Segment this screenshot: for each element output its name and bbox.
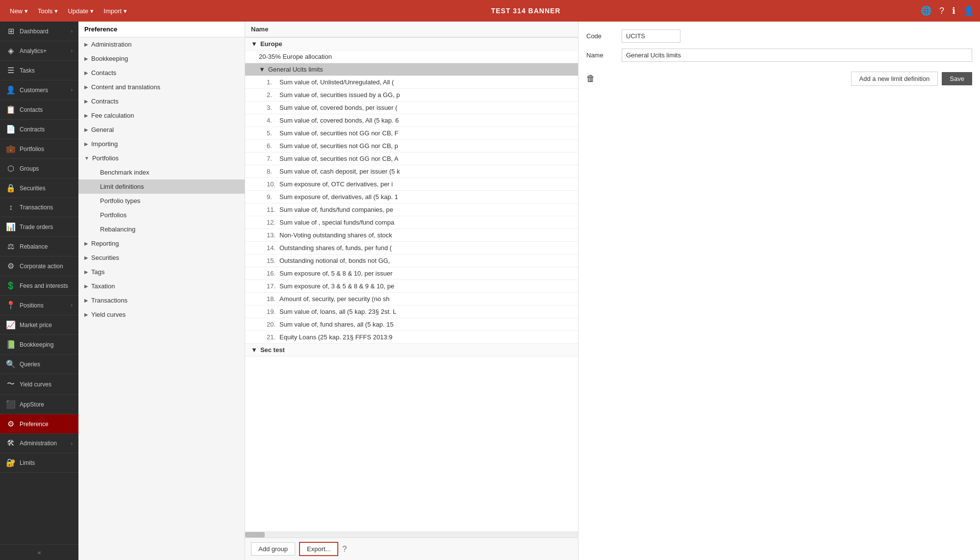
import-button[interactable]: Import ▾ xyxy=(100,5,131,17)
list-item-4[interactable]: 4. Sum value of, covered bonds, All (5 k… xyxy=(245,114,578,127)
save-button[interactable]: Save xyxy=(942,72,972,85)
tree-item-portfolio-types[interactable]: Portfolio types xyxy=(78,194,245,208)
sidebar-item-limits[interactable]: 🔐 Limits xyxy=(0,453,78,473)
general-ucits-label: General Ucits limits xyxy=(268,66,572,73)
tree-item-securities-pref[interactable]: ▶ Securities xyxy=(78,251,245,265)
code-input[interactable] xyxy=(622,29,680,43)
sidebar-item-customers[interactable]: 👤 Customers › xyxy=(0,80,78,100)
info-icon[interactable]: ℹ xyxy=(952,5,955,16)
sidebar-item-securities[interactable]: 🔒 Securities xyxy=(0,178,78,198)
list-item-18[interactable]: 18. Amount of, security, per security (n… xyxy=(245,293,578,305)
sidebar-item-market-price[interactable]: 📈 Market price xyxy=(0,315,78,335)
list-item-16[interactable]: 16. Sum exposure of, 5 & 8 & 10, per iss… xyxy=(245,267,578,280)
list-item-europe-allocation[interactable]: 20-35% Europe allocation xyxy=(245,51,578,63)
tree-item-limit-definitions[interactable]: Limit definitions xyxy=(78,179,245,194)
sidebar-item-dashboard[interactable]: ⊞ Dashboard › xyxy=(0,22,78,41)
tree-item-fee-calculation[interactable]: ▶ Fee calculation xyxy=(78,108,245,123)
globe-icon[interactable]: 🌐 xyxy=(921,5,931,16)
sidebar-item-rebalance[interactable]: ⚖ Rebalance xyxy=(0,237,78,256)
group-europe-label: Europe xyxy=(260,40,572,48)
tree-item-general[interactable]: ▶ General xyxy=(78,123,245,137)
sidebar-item-positions[interactable]: 📍 Positions › xyxy=(0,296,78,315)
group-europe[interactable]: ▼ Europe xyxy=(245,38,578,51)
tree-item-taxation[interactable]: ▶ Taxation xyxy=(78,279,245,293)
preference-header-label: Preference xyxy=(84,25,117,33)
horizontal-scrollbar[interactable] xyxy=(245,532,578,537)
sidebar-item-appstore[interactable]: ⬛ AppStore xyxy=(0,395,78,414)
update-button[interactable]: Update ▾ xyxy=(64,5,98,17)
list-item-14[interactable]: 14. Outstanding shares of, funds, per fu… xyxy=(245,242,578,255)
help-button[interactable]: ? xyxy=(342,545,347,554)
list-item-11[interactable]: 11. Sum value of, funds/fund companies, … xyxy=(245,204,578,216)
sidebar-item-contracts[interactable]: 📄 Contracts xyxy=(0,120,78,139)
sidebar-item-trade-orders[interactable]: 📊 Trade orders xyxy=(0,217,78,237)
sidebar-item-preference[interactable]: ⚙ Preference xyxy=(0,414,78,434)
sidebar-item-contacts[interactable]: 📋 Contacts xyxy=(0,100,78,120)
help-icon[interactable]: ? xyxy=(939,6,944,16)
yield-curves-icon: 〜 xyxy=(6,379,16,389)
list-body[interactable]: ▼ Europe 20-35% Europe allocation ▼ Gene… xyxy=(245,38,578,532)
tree-item-reporting[interactable]: ▶ Reporting xyxy=(78,236,245,251)
list-item-1[interactable]: 1. Sum value of, Unlisted/Unregulated, A… xyxy=(245,76,578,89)
tree-item-tags[interactable]: ▶ Tags xyxy=(78,265,245,279)
sidebar-item-analytics[interactable]: ◈ Analytics+ › xyxy=(0,41,78,61)
sidebar-item-groups[interactable]: ⬡ Groups xyxy=(0,159,78,178)
sidebar-item-portfolios[interactable]: 💼 Portfolios xyxy=(0,139,78,159)
list-item-general-ucits[interactable]: ▼ General Ucits limits xyxy=(245,63,578,76)
tree-item-benchmark-index[interactable]: Benchmark index xyxy=(78,165,245,179)
tree-item-transactions-pref[interactable]: ▶ Transactions xyxy=(78,293,245,307)
item-text-12: Sum value of , special funds/fund compa xyxy=(279,219,572,226)
positions-arrow-icon: › xyxy=(71,303,73,308)
tree-item-contracts[interactable]: ▶ Contracts xyxy=(78,94,245,108)
sidebar-item-corporate-action[interactable]: ⚙ Corporate action xyxy=(0,256,78,276)
top-nav-left: New ▾ Tools ▾ Update ▾ Import ▾ xyxy=(6,5,131,17)
group-sec-test[interactable]: ▼ Sec test xyxy=(245,344,578,356)
export-button[interactable]: Export... xyxy=(299,542,338,556)
list-item-7[interactable]: 7. Sum value of, securities not GG nor C… xyxy=(245,153,578,165)
list-item-3[interactable]: 3. Sum value of, covered bonds, per issu… xyxy=(245,102,578,114)
sidebar-item-administration[interactable]: 🛠 Administration › xyxy=(0,434,78,453)
new-button[interactable]: New ▾ xyxy=(6,5,32,17)
tree-item-rebalancing[interactable]: Rebalancing xyxy=(78,222,245,236)
tree-item-importing[interactable]: ▶ Importing xyxy=(78,137,245,151)
tree-item-content-translations[interactable]: ▶ Content and translations xyxy=(78,80,245,94)
list-item-6[interactable]: 6. Sum value of, securities not GG nor C… xyxy=(245,140,578,153)
tree-item-portfolios-child[interactable]: Portfolios xyxy=(78,208,245,222)
top-nav: New ▾ Tools ▾ Update ▾ Import ▾ TEST 314… xyxy=(0,0,980,22)
delete-button[interactable]: 🗑 xyxy=(586,74,595,84)
tree-item-bookkeeping[interactable]: ▶ Bookkeeping xyxy=(78,51,245,66)
list-item-13[interactable]: 13. Non-Voting outstanding shares of, st… xyxy=(245,229,578,242)
sidebar-collapse-button[interactable]: « xyxy=(0,544,78,560)
tree-item-portfolios-parent[interactable]: ▼ Portfolios xyxy=(78,151,245,165)
tools-button[interactable]: Tools ▾ xyxy=(34,5,62,17)
add-limit-button[interactable]: Add a new limit definition xyxy=(851,72,938,86)
sidebar-item-queries[interactable]: 🔍 Queries xyxy=(0,355,78,374)
sidebar-item-fees-interests[interactable]: 💲 Fees and interests xyxy=(0,276,78,296)
fees-interests-icon: 💲 xyxy=(6,281,16,290)
name-input[interactable] xyxy=(622,49,972,62)
tree-item-contacts[interactable]: ▶ Contacts xyxy=(78,66,245,80)
list-item-19[interactable]: 19. Sum value of, loans, all (5 kap. 23§… xyxy=(245,305,578,318)
tree-item-yield-curves-pref[interactable]: ▶ Yield curves xyxy=(78,307,245,322)
list-item-17[interactable]: 17. Sum exposure of, 3 & 5 & 8 & 9 & 10,… xyxy=(245,280,578,293)
list-item-2[interactable]: 2. Sum value of, securities issued by a … xyxy=(245,89,578,102)
list-item-20[interactable]: 20. Sum value of, fund shares, all (5 ka… xyxy=(245,318,578,331)
scrollbar-thumb[interactable] xyxy=(245,532,265,537)
list-item-10[interactable]: 10. Sum exposure of, OTC derivatives, pe… xyxy=(245,178,578,191)
item-num-15: 15. xyxy=(267,257,276,264)
list-item-15[interactable]: 15. Outstanding notional of, bonds not G… xyxy=(245,255,578,267)
list-item-8[interactable]: 8. Sum value of, cash deposit, per issue… xyxy=(245,165,578,178)
list-item-12[interactable]: 12. Sum value of , special funds/fund co… xyxy=(245,216,578,229)
tree-item-administration[interactable]: ▶ Administration xyxy=(78,37,245,51)
sidebar-item-yield-curves[interactable]: 〜 Yield curves xyxy=(0,374,78,395)
queries-icon: 🔍 xyxy=(6,359,16,369)
sidebar-item-tasks[interactable]: ☰ Tasks xyxy=(0,61,78,80)
sidebar-item-transactions[interactable]: ↕ Transactions xyxy=(0,198,78,217)
user-icon[interactable]: 👤 xyxy=(963,5,974,16)
list-item-9[interactable]: 9. Sum exposure of, derivatives, all (5 … xyxy=(245,191,578,204)
list-item-21[interactable]: 21. Equity Loans (25 kap. 21§ FFFS 2013:… xyxy=(245,331,578,344)
preference-header: Preference xyxy=(78,22,245,37)
list-item-5[interactable]: 5. Sum value of, securities not GG nor C… xyxy=(245,127,578,140)
sidebar-item-bookkeeping[interactable]: 📗 Bookkeeping xyxy=(0,335,78,355)
add-group-button[interactable]: Add group xyxy=(251,542,295,556)
